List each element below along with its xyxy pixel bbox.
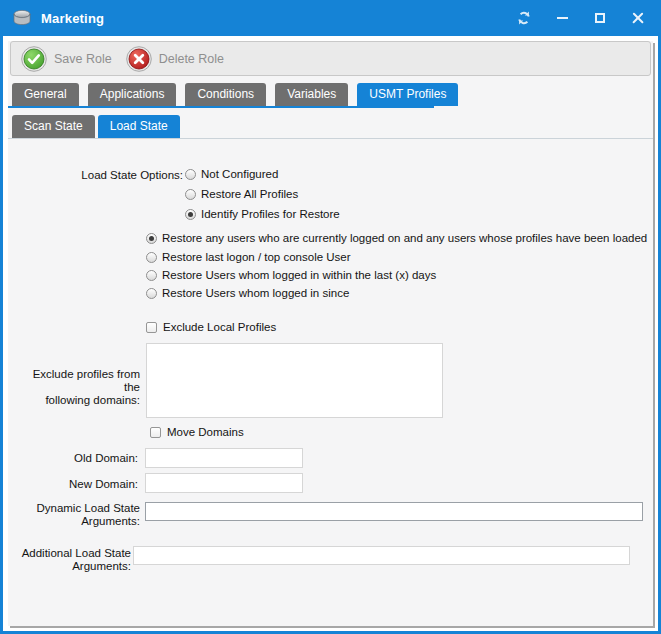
maximize-icon[interactable] bbox=[589, 7, 611, 29]
radio-icon bbox=[146, 252, 157, 263]
dynamic-args-input[interactable] bbox=[145, 502, 643, 521]
save-role-button[interactable]: Save Role bbox=[21, 46, 112, 72]
titlebar: Marketing bbox=[0, 0, 661, 36]
new-domain-label: New Domain: bbox=[16, 478, 138, 491]
tab-load-state[interactable]: Load State bbox=[98, 115, 180, 138]
secondary-tabs: Scan State Load State bbox=[12, 115, 180, 138]
client-area: Save Role bbox=[8, 41, 653, 626]
additional-args-label: Additional Load State Arguments: bbox=[8, 547, 131, 573]
radio-icon bbox=[146, 270, 157, 281]
exclude-domains-textarea[interactable] bbox=[146, 343, 443, 418]
radio-icon bbox=[146, 233, 157, 244]
radio-identify-profiles[interactable]: Identify Profiles for Restore bbox=[185, 207, 340, 222]
radio-restore-last-x-days[interactable]: Restore Users whom logged in within the … bbox=[146, 268, 653, 283]
tab-general[interactable]: General bbox=[12, 83, 79, 106]
checkbox-icon bbox=[146, 322, 157, 333]
radio-restore-logged-on-users[interactable]: Restore any users who are currently logg… bbox=[146, 231, 653, 246]
radio-icon bbox=[185, 189, 196, 200]
primary-tabs: General Applications Conditions Variable… bbox=[12, 83, 458, 106]
delete-role-label: Delete Role bbox=[159, 52, 224, 66]
app-icon bbox=[12, 9, 32, 27]
new-domain-input[interactable] bbox=[145, 473, 303, 493]
radio-restore-since[interactable]: Restore Users whom logged in since bbox=[146, 286, 653, 301]
save-role-label: Save Role bbox=[54, 52, 112, 66]
radio-restore-last-logon[interactable]: Restore last logon / top console User bbox=[146, 250, 653, 265]
refresh-icon[interactable] bbox=[513, 7, 535, 29]
delete-x-icon bbox=[126, 46, 152, 72]
load-state-options-group: Not Configured Restore All Profiles Iden… bbox=[185, 167, 340, 227]
exclude-domains-label: Exclude profiles from the following doma… bbox=[16, 368, 140, 407]
checkbox-icon bbox=[150, 427, 161, 438]
tab-usmt-profiles[interactable]: USMT Profiles bbox=[357, 83, 458, 106]
tab-scan-state[interactable]: Scan State bbox=[12, 115, 95, 138]
profile-restore-group: Restore any users who are currently logg… bbox=[146, 231, 653, 306]
tab-conditions[interactable]: Conditions bbox=[185, 83, 266, 106]
additional-args-input[interactable] bbox=[133, 546, 630, 565]
radio-icon bbox=[185, 169, 196, 180]
move-domains-checkbox[interactable]: Move Domains bbox=[150, 426, 244, 439]
window-frame: Save Role bbox=[3, 36, 658, 631]
window-title: Marketing bbox=[41, 11, 104, 26]
close-icon[interactable] bbox=[627, 7, 649, 29]
save-check-icon bbox=[21, 46, 47, 72]
toolbar: Save Role bbox=[10, 41, 651, 76]
secondary-tab-underline bbox=[8, 138, 653, 139]
old-domain-label: Old Domain: bbox=[16, 452, 138, 465]
radio-restore-all-profiles[interactable]: Restore All Profiles bbox=[185, 187, 340, 202]
radio-not-configured[interactable]: Not Configured bbox=[185, 167, 340, 182]
dynamic-args-label: Dynamic Load State Arguments: bbox=[16, 502, 140, 528]
primary-tab-underline bbox=[8, 106, 434, 108]
radio-icon bbox=[146, 288, 157, 299]
window: Marketing bbox=[0, 0, 661, 634]
delete-role-button[interactable]: Delete Role bbox=[126, 46, 224, 72]
tab-variables[interactable]: Variables bbox=[275, 83, 348, 106]
load-state-options-label: Load State Options: bbox=[20, 169, 183, 182]
exclude-local-profiles-checkbox[interactable]: Exclude Local Profiles bbox=[146, 321, 276, 334]
radio-icon bbox=[185, 209, 196, 220]
tab-applications[interactable]: Applications bbox=[88, 83, 177, 106]
minimize-icon[interactable] bbox=[551, 7, 573, 29]
window-controls bbox=[513, 7, 649, 29]
old-domain-input[interactable] bbox=[145, 448, 303, 468]
